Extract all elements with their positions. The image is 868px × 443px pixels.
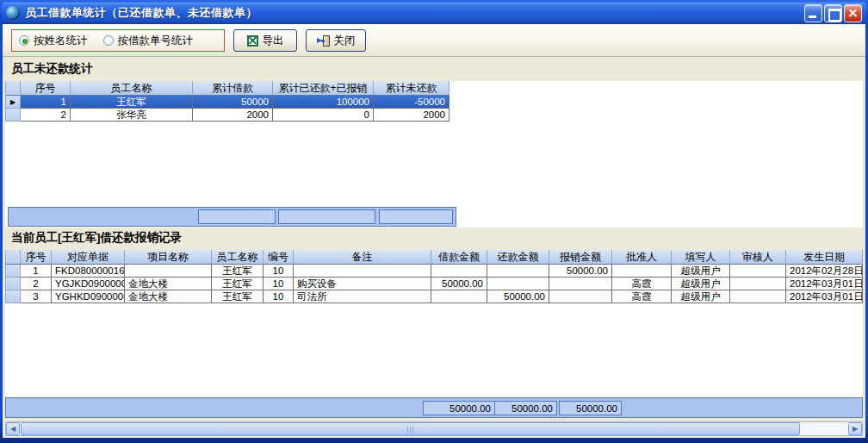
maximize-button[interactable] [824, 4, 842, 22]
loan-records-table: 序号对应单据项目名称员工名称编号备注借款金额还款金额报销金额批准人填写人审核人发… [5, 250, 863, 303]
app-icon [6, 6, 20, 20]
summary-reimburse-total: 50000.00 [559, 401, 622, 415]
close-form-button-label: 关闭 [334, 34, 356, 48]
column-header[interactable]: 发生日期 [786, 250, 863, 265]
radio-dot-icon [103, 35, 114, 46]
column-header[interactable]: 累计借款 [193, 81, 273, 96]
table-cell: 2012年03月01日 [786, 290, 863, 303]
section-title-current-employee-records: 当前员工[王红军]借还款报销记录 [11, 227, 182, 249]
table-cell: 王红军 [212, 290, 264, 303]
table-cell [730, 265, 786, 278]
statistic-mode-group: 按姓名统计 按借款单号统计 [11, 29, 225, 52]
table-cell: 10 [264, 290, 294, 303]
table-cell: 2012年03月01日 [786, 278, 863, 290]
scrollbar-thumb[interactable] [21, 422, 800, 435]
minimize-button[interactable] [804, 4, 822, 22]
export-button[interactable]: 导出 [233, 29, 297, 52]
row-selector [5, 109, 21, 122]
table-cell: 2000 [374, 109, 450, 122]
table-cell: 王红军 [212, 265, 264, 278]
table-cell [549, 290, 612, 303]
table-cell: 超级用户 [672, 278, 730, 290]
column-header[interactable]: 项目名称 [125, 250, 212, 265]
window: 员工借款单统计（已还借款单、未还借款单） 按姓名统计 按借款单号统计 导出 [0, 0, 868, 443]
summary-cell-repaid [278, 209, 375, 224]
row-selector [5, 290, 21, 303]
column-header[interactable]: 还款金额 [487, 250, 549, 265]
table-cell [730, 290, 786, 303]
table-cell: 1 [21, 265, 52, 278]
table-row[interactable]: ▶1王红军50000100000-50000 [5, 96, 450, 109]
summary-loan-total: 50000.00 [423, 401, 495, 415]
table-header-row: 序号员工名称累计借款累计已还款+已报销累计未还款 [5, 81, 450, 96]
column-header[interactable]: 批准人 [612, 250, 672, 265]
summary-cell-loan [198, 209, 276, 224]
table-cell: 司法所 [294, 290, 431, 303]
row-selector-header [5, 81, 21, 96]
current-row-arrow-icon: ▶ [5, 96, 21, 109]
column-header[interactable]: 编号 [264, 250, 294, 265]
row-selector-header [5, 250, 21, 265]
radio-dot-icon [19, 35, 29, 46]
radio-by-loan-number-label: 按借款单号统计 [118, 34, 194, 48]
column-header[interactable]: 审核人 [730, 250, 786, 265]
table-cell: 2 [21, 278, 52, 290]
column-header[interactable]: 备注 [294, 250, 431, 265]
table-cell [612, 265, 672, 278]
column-header[interactable]: 序号 [21, 250, 52, 265]
column-header[interactable]: 填写人 [672, 250, 730, 265]
table-cell [730, 278, 786, 290]
table-cell: 高霞 [612, 278, 672, 290]
table-row[interactable]: 2YGJKD090000001金地大楼王红军10购买设备50000.00高霞超级… [5, 278, 863, 290]
table-cell: 10 [264, 278, 294, 290]
table-cell: 购买设备 [294, 278, 431, 290]
table-row[interactable]: 1FKD080000016王红军1050000.00超级用户2012年02月28… [5, 265, 863, 278]
table-cell [294, 265, 431, 278]
column-header[interactable]: 累计已还款+已报销 [273, 81, 374, 96]
table-row[interactable]: 2张华亮200002000 [5, 109, 450, 122]
table-cell: 超级用户 [672, 265, 730, 278]
radio-by-name[interactable]: 按姓名统计 [19, 34, 88, 48]
column-header[interactable]: 对应单据 [52, 250, 125, 265]
horizontal-scrollbar[interactable]: ◀ ▶ [5, 421, 863, 436]
close-form-button[interactable]: 关闭 [306, 29, 366, 52]
table-cell: 2012年02月28日 [786, 265, 863, 278]
table-row[interactable]: 3YGHKD090000001金地大楼王红军10司法所50000.00高霞超级用… [5, 290, 863, 303]
column-header[interactable]: 累计未还款 [374, 81, 450, 96]
table-cell [125, 265, 212, 278]
table-cell: 50000 [193, 96, 273, 109]
table-cell: 2000 [193, 109, 273, 122]
excel-icon [247, 35, 258, 47]
radio-by-loan-number[interactable]: 按借款单号统计 [103, 34, 194, 48]
table-cell: 高霞 [612, 290, 672, 303]
column-header[interactable]: 报销金额 [549, 250, 612, 265]
table-cell [549, 278, 612, 290]
unpaid-stats-summary-band [8, 207, 456, 227]
column-header[interactable]: 借款金额 [431, 250, 487, 265]
table-cell [431, 265, 487, 278]
table-cell: 1 [21, 96, 71, 109]
column-header[interactable]: 序号 [21, 81, 71, 96]
column-header[interactable]: 员工名称 [71, 81, 193, 96]
client-area: 按姓名统计 按借款单号统计 导出 关闭 员工未还款统计 序号员工名称累计借款累计… [3, 24, 865, 438]
scroll-left-arrow-icon[interactable]: ◀ [6, 422, 20, 435]
loan-records-summary-band: 50000.00 50000.00 50000.00 [5, 397, 863, 418]
column-header[interactable]: 员工名称 [212, 250, 264, 265]
radio-by-name-label: 按姓名统计 [34, 34, 88, 48]
close-button[interactable] [844, 4, 862, 22]
table-cell: YGJKD090000001 [52, 278, 125, 290]
export-button-label: 导出 [263, 34, 284, 48]
table-cell [487, 265, 549, 278]
table-cell: FKD080000016 [52, 265, 125, 278]
unpaid-stats-panel: 序号员工名称累计借款累计已还款+已报销累计未还款▶1王红军50000100000… [5, 81, 863, 228]
scroll-right-arrow-icon[interactable]: ▶ [848, 422, 862, 435]
window-title: 员工借款单统计（已还借款单、未还借款单） [25, 5, 804, 21]
row-selector [5, 278, 21, 290]
title-bar[interactable]: 员工借款单统计（已还借款单、未还借款单） [2, 2, 866, 24]
table-cell: 50000.00 [487, 290, 549, 303]
summary-repay-total: 50000.00 [494, 401, 557, 415]
toolbar: 按姓名统计 按借款单号统计 导出 关闭 [3, 24, 865, 57]
table-cell: YGHKD090000001 [52, 290, 125, 303]
table-cell: 王红军 [212, 278, 264, 290]
table-cell: 张华亮 [71, 109, 193, 122]
